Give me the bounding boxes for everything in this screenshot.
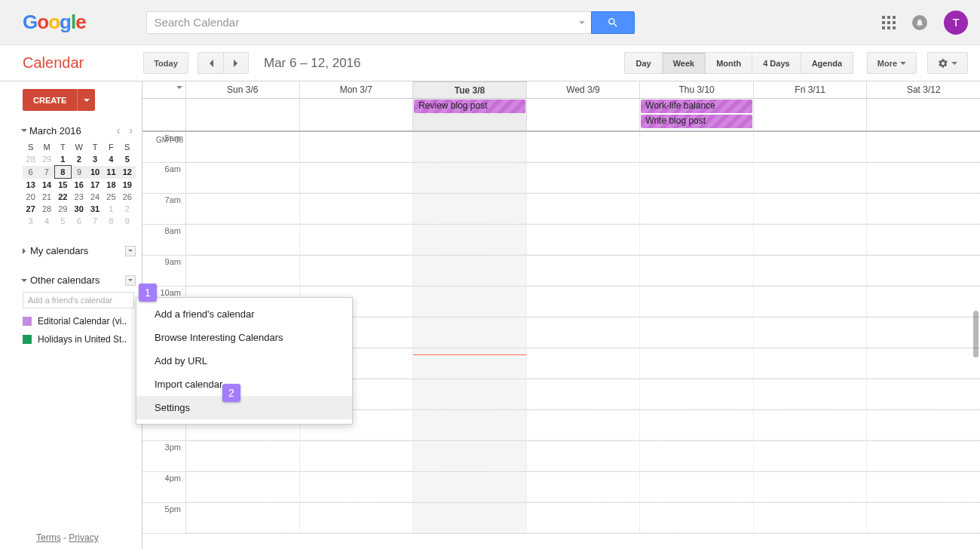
event-chip[interactable]: Review blog post: [414, 100, 525, 113]
allday-cell[interactable]: [186, 99, 300, 130]
allday-cell[interactable]: Review blog post: [413, 99, 527, 130]
mini-day[interactable]: 27: [23, 203, 38, 215]
hour-cell[interactable]: [754, 317, 868, 348]
popup-item-browse-interesting-calendars[interactable]: Browse Interesting Calendars: [136, 326, 352, 349]
hour-cell[interactable]: [527, 163, 641, 193]
mini-day[interactable]: 21: [38, 191, 54, 203]
mini-day[interactable]: 14: [38, 179, 54, 192]
add-friend-input[interactable]: Add a friend's calendar: [23, 292, 134, 308]
hour-cell[interactable]: [640, 225, 754, 255]
hour-cell[interactable]: [300, 503, 414, 533]
mini-day[interactable]: 20: [23, 191, 38, 203]
hour-cell[interactable]: [754, 256, 868, 286]
day-header[interactable]: Thu 3/10: [640, 81, 754, 98]
popup-item-add-by-url[interactable]: Add by URL: [136, 349, 352, 373]
calendar-item[interactable]: Editorial Calendar (vi..: [23, 316, 136, 327]
mini-day[interactable]: 9: [119, 215, 135, 227]
terms-link[interactable]: Terms: [36, 532, 61, 543]
hour-cell[interactable]: [867, 441, 980, 471]
hour-cell[interactable]: [867, 410, 980, 440]
hour-cell[interactable]: [413, 225, 527, 255]
hour-cell[interactable]: [640, 163, 754, 193]
hour-cell[interactable]: [186, 472, 300, 502]
mini-day[interactable]: 7: [38, 166, 54, 179]
create-dropdown[interactable]: [77, 89, 95, 111]
other-calendars-menu[interactable]: [125, 275, 136, 286]
view-4days[interactable]: 4 Days: [752, 52, 801, 74]
mini-day[interactable]: 2: [71, 153, 87, 166]
event-chip[interactable]: Work-life balance: [641, 100, 752, 113]
hour-cell[interactable]: [754, 225, 868, 255]
hour-cell[interactable]: [527, 410, 641, 440]
mini-day[interactable]: 12: [119, 166, 135, 179]
mini-day[interactable]: 30: [71, 203, 87, 215]
other-calendars-toggle[interactable]: Other calendars: [23, 274, 136, 286]
hour-cell[interactable]: [527, 132, 641, 162]
mini-day[interactable]: 29: [38, 153, 54, 166]
event-chip[interactable]: Write blog post: [641, 115, 752, 128]
day-header[interactable]: Fri 3/11: [754, 81, 868, 98]
hour-cell[interactable]: [867, 348, 980, 379]
day-header[interactable]: Tue 3/8: [413, 81, 527, 98]
mini-day[interactable]: 11: [103, 166, 119, 179]
mini-day[interactable]: 4: [38, 215, 54, 227]
hour-cell[interactable]: [527, 348, 641, 379]
view-day[interactable]: Day: [624, 52, 662, 74]
hour-cell[interactable]: [640, 348, 754, 379]
today-button[interactable]: Today: [143, 52, 188, 74]
hour-cell[interactable]: [754, 410, 868, 440]
hour-cell[interactable]: [867, 225, 980, 255]
mini-day[interactable]: 5: [55, 215, 71, 227]
allday-cell[interactable]: Work-life balanceWrite blog post: [640, 99, 754, 130]
popup-item-import-calendar[interactable]: Import calendar: [136, 373, 352, 396]
my-calendars-menu[interactable]: [125, 246, 136, 256]
hour-cell[interactable]: [640, 256, 754, 286]
allday-cell[interactable]: [867, 99, 980, 130]
hour-cell[interactable]: [867, 317, 980, 348]
hour-cell[interactable]: [754, 441, 868, 471]
mini-day[interactable]: 3: [87, 153, 103, 166]
hour-cell[interactable]: [867, 503, 980, 533]
hour-cell[interactable]: [754, 472, 868, 502]
privacy-link[interactable]: Privacy: [69, 532, 98, 543]
notifications-icon[interactable]: [912, 15, 927, 30]
hour-cell[interactable]: [300, 225, 414, 255]
more-button[interactable]: More: [867, 52, 917, 74]
hour-cell[interactable]: [754, 287, 868, 317]
hour-cell[interactable]: [413, 410, 527, 440]
mini-day[interactable]: 28: [23, 153, 38, 166]
mini-day[interactable]: 9: [71, 166, 87, 179]
hour-cell[interactable]: [640, 132, 754, 162]
mini-day[interactable]: 8: [55, 166, 71, 179]
mini-day[interactable]: 26: [119, 191, 135, 203]
hour-cell[interactable]: [413, 256, 527, 286]
mini-day[interactable]: 7: [87, 215, 103, 227]
hour-cell[interactable]: [640, 379, 754, 409]
hour-cell[interactable]: [413, 287, 527, 317]
mini-day[interactable]: 29: [55, 203, 71, 215]
day-header[interactable]: Sun 3/6: [186, 81, 300, 98]
hour-cell[interactable]: [186, 441, 300, 471]
scrollbar[interactable]: [973, 311, 978, 357]
mini-day[interactable]: 8: [103, 215, 119, 227]
hour-cell[interactable]: [413, 441, 527, 471]
mini-day[interactable]: 1: [103, 203, 119, 215]
hour-cell[interactable]: [300, 163, 414, 193]
view-agenda[interactable]: Agenda: [801, 52, 853, 74]
caret-down-icon[interactable]: [176, 86, 182, 89]
view-month[interactable]: Month: [706, 52, 752, 74]
hour-cell[interactable]: [754, 348, 868, 379]
hour-cell[interactable]: [413, 163, 527, 193]
hour-cell[interactable]: [640, 317, 754, 348]
hour-cell[interactable]: [300, 256, 414, 286]
hour-cell[interactable]: [527, 503, 641, 533]
hour-cell[interactable]: [527, 317, 641, 348]
hour-cell[interactable]: [754, 503, 868, 533]
search-input[interactable]: Search Calendar: [146, 11, 591, 34]
view-week[interactable]: Week: [663, 52, 706, 74]
mini-day[interactable]: 25: [103, 191, 119, 203]
hour-cell[interactable]: [754, 132, 868, 162]
search-options-caret-icon[interactable]: [579, 21, 585, 24]
mini-day[interactable]: 31: [87, 203, 103, 215]
hour-cell[interactable]: [186, 194, 300, 224]
